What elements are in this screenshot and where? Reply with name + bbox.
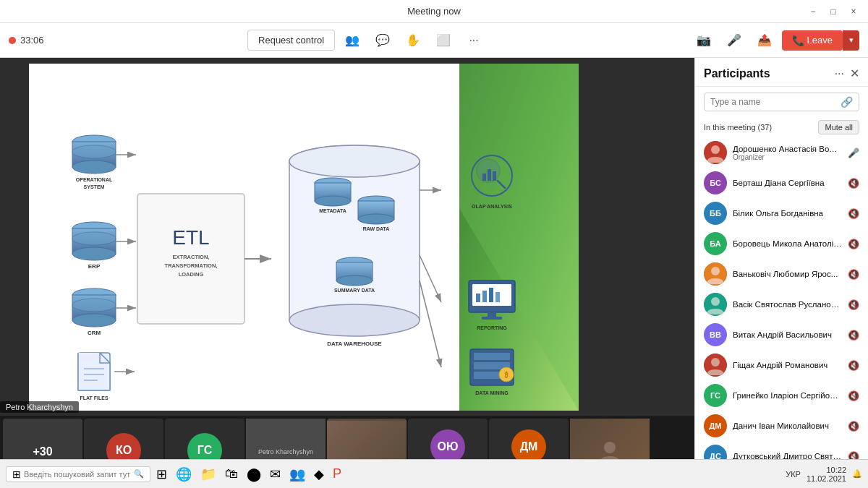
present-button[interactable]: 📤 [752,27,778,53]
participant-item[interactable]: ВВ Витак Андрій Васильович 🔇 [698,320,865,350]
camera-button[interactable]: 📷 [691,27,717,53]
chrome-icon[interactable]: ⬤ [244,465,264,484]
teams-icon[interactable]: 👥 [286,465,308,484]
powerpoint-icon[interactable]: P [330,465,344,483]
edge-icon[interactable]: 🌐 [173,465,195,484]
svg-rect-36 [289,161,420,320]
participant-item[interactable]: ГС Гринейко Іларіон Сергійович 🔇 [698,380,865,411]
participant-info: Витак Андрій Васильович [733,330,842,339]
timer-display: 33:06 [20,35,44,46]
presenter-name-badge: Petro Kharchyshyn [0,401,79,413]
toolbar-right-controls: 📷 🎤 📤 📞 Leave ▾ [691,27,859,53]
participant-info: Дорошенко Анастасія Волод... Organizer [733,145,842,161]
participant-mic-icon: 🔇 [848,360,859,371]
participant-mic-icon: 🔇 [848,390,859,401]
participant-name: Ваньковіч Любомир Ярос... [733,270,842,278]
chat-icon-button[interactable]: 💬 [370,27,396,53]
notification-area: 🔔 [852,469,862,479]
presentation-area: OPERATIONAL SYSTEM ERP CRM [0,58,694,488]
participants-icon-button[interactable]: 👥 [339,27,365,53]
hand-raise-button[interactable]: ✋ [400,27,426,53]
svg-point-37 [289,304,420,336]
windows-icon: ⊞ [12,468,21,480]
participant-info: Боровець Микола Анатолій... [733,239,842,248]
participant-mic-icon: 🔇 [848,269,859,280]
minimize-button[interactable]: − [804,3,822,20]
svg-text:SYSTEM: SYSTEM [84,184,105,189]
taskbar-search-input[interactable] [24,470,131,479]
participant-name: Білик Ольга Богданівна [733,209,842,218]
search-link-icon: 🔗 [841,96,853,108]
participant-info: Гіщак Андрій Романович [733,361,842,369]
maximize-button[interactable]: □ [825,3,842,20]
leave-button[interactable]: 📞 Leave [782,30,843,51]
participant-avatar-photo [704,354,727,377]
svg-text:REPORTING: REPORTING [477,325,507,330]
svg-rect-58 [482,174,486,181]
participant-item[interactable]: Васік Святослав Русланович 🔇 [698,289,865,320]
svg-text:₿: ₿ [504,371,509,379]
svg-rect-72 [474,353,510,360]
svg-point-45 [358,214,394,224]
svg-point-38 [289,145,420,177]
participant-item[interactable]: Гіщак Андрій Романович 🔇 [698,350,865,380]
svg-point-41 [315,196,351,206]
svg-rect-65 [482,291,487,302]
participant-mic-icon: 🔇 [848,208,859,219]
participant-item[interactable]: ДМ Данич Іван Миколайович 🔇 [698,411,865,441]
explorer-icon[interactable]: 📁 [197,465,219,484]
participant-search-box: 🔗 [704,93,859,111]
participant-mic-icon: 🔇 [848,178,859,189]
participant-name: Гринейко Іларіон Сергійович [733,391,842,400]
leave-arrow-button[interactable]: ▾ [843,30,859,51]
participants-panel: Participants ··· ✕ 🔗 In this meeting (37… [694,58,868,488]
window-controls: − □ × [804,3,862,20]
participant-search-input[interactable] [710,97,836,107]
participant-info: Білик Ольга Богданівна [733,209,842,218]
panel-more-icon[interactable]: ··· [835,67,844,80]
task-view-button[interactable]: ⊞ [153,465,170,484]
more-options-button[interactable]: ··· [461,27,487,53]
thumb-name-petro: Petro Kharchyshyn [255,445,316,458]
mute-all-button[interactable]: Mute all [818,120,859,134]
svg-point-82 [711,267,720,275]
svg-point-86 [711,358,720,367]
svg-text:EXTRACTION,: EXTRACTION, [173,254,210,260]
share-screen-button[interactable]: ⬜ [430,27,456,53]
participant-info: Гринейко Іларіон Сергійович [733,391,842,400]
participant-item[interactable]: Ваньковіч Любомир Ярос... 🔇 [698,259,865,289]
svg-text:DATA WAREHOUSE: DATA WAREHOUSE [327,341,382,347]
participant-mic-icon: 🔇 [848,299,859,310]
taskbar-right-area: УКР 10:22 11.02.2021 🔔 [786,466,862,483]
svg-point-19 [72,314,116,327]
participant-name: Гіщак Андрій Романович [733,361,842,369]
close-button[interactable]: × [845,3,862,20]
mail-icon[interactable]: ✉ [267,465,284,484]
svg-rect-66 [489,288,493,302]
svg-text:SUMMARY DATA: SUMMARY DATA [334,288,375,293]
svg-point-13 [72,247,116,260]
request-control-button[interactable]: Request control [247,30,335,51]
svg-text:ERP: ERP [88,263,101,270]
store-icon[interactable]: 🛍 [222,465,241,483]
svg-point-12 [72,232,116,245]
participant-item[interactable]: БС Берташ Діана Сергіївна 🔇 [698,168,865,198]
svg-point-80 [711,145,720,154]
leave-wrapper: 📞 Leave ▾ [782,30,859,51]
participant-item[interactable]: Дорошенко Анастасія Волод... Organizer 🎤 [698,137,865,168]
participant-role: Organizer [733,153,842,161]
participant-avatar-dm: ДМ [704,414,727,437]
participant-name: Васік Святослав Русланович [733,300,842,309]
participant-avatar-vv: ВВ [704,323,727,346]
mic-button[interactable]: 🎤 [721,27,747,53]
svg-text:CRM: CRM [88,330,101,336]
more-count: +30 [33,445,52,458]
participant-item[interactable]: ББ Білик Ольга Богданівна 🔇 [698,198,865,228]
svg-point-5 [72,145,116,158]
panel-close-icon[interactable]: ✕ [850,67,859,80]
main-area: OPERATIONAL SYSTEM ERP CRM [0,58,868,488]
app7-icon[interactable]: ◆ [311,465,327,484]
avatar-photo-4 [704,262,727,286]
participant-item[interactable]: БА Боровець Микола Анатолій... 🔇 [698,228,865,259]
svg-rect-59 [488,169,491,181]
